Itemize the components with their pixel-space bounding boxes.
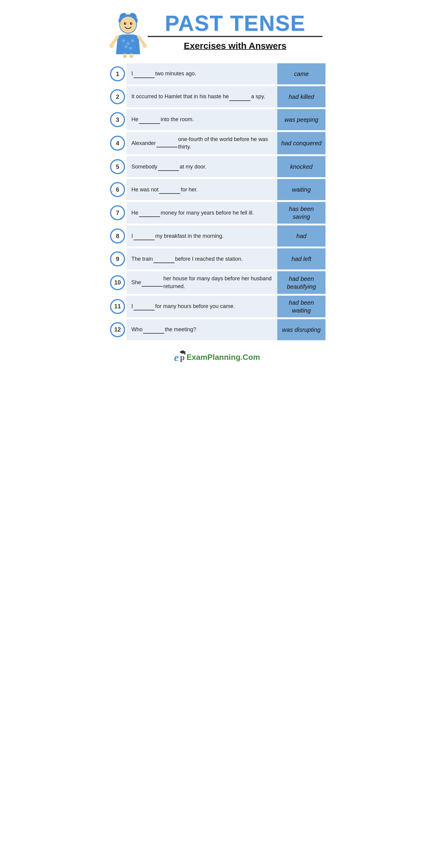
table-row: 11I for many hours before you came.had b… [108,296,326,317]
row-number: 5 [108,156,127,177]
row-number: 12 [108,319,127,340]
exercise-answer: had [277,225,326,247]
mascot-image [108,9,148,57]
exercise-answer: had been beautifying [277,271,326,293]
logo-e: e [174,351,179,364]
exercise-number: 3 [110,112,125,127]
page-title: PAST TENSE [165,12,306,34]
svg-point-19 [143,44,147,48]
svg-point-15 [129,47,132,50]
exercise-answer: had left [277,248,326,270]
svg-point-11 [122,39,125,42]
exercise-number: 6 [110,182,125,197]
svg-point-22 [122,57,128,57]
exercise-answer: had killed [277,86,326,107]
exercise-answer: has been saving [277,202,326,224]
exercise-sentence: He into the room. [127,109,277,130]
svg-point-14 [124,45,127,48]
exercise-sentence: The train before I reached the station. [127,248,277,270]
svg-rect-20 [123,54,127,57]
exercise-number: 5 [110,159,125,174]
exercise-sentence: He was not for her. [127,179,277,200]
table-row: 12Who the meeting?was disrupting [108,319,326,340]
table-row: 8I my breakfast in the morning.had [108,225,326,247]
exercise-answer: was disrupting [277,319,326,340]
table-row: 4Alexander one-fourth of the world befor… [108,132,326,154]
exercise-sentence: I my breakfast in the morning. [127,225,277,247]
exercises-list: 1I two minutes ago.came2It occurred to H… [102,60,332,345]
table-row: 7He money for many years before he fell … [108,202,326,224]
row-number: 7 [108,202,127,224]
exercise-number: 10 [110,275,125,290]
footer-logo: e p [174,351,185,364]
table-row: 1I two minutes ago.came [108,63,326,84]
svg-point-23 [128,57,134,57]
table-row: 5Somebody at my door.knocked [108,156,326,177]
exercise-sentence: It occurred to Hamlet that in his haste … [127,86,277,107]
table-row: 10She her house for many days before her… [108,271,326,293]
table-row: 2It occurred to Hamlet that in his haste… [108,86,326,107]
page-header: PAST TENSE Exercises with Answers [102,6,332,57]
exercise-sentence: He money for many years before he fell i… [127,202,277,224]
table-row: 9The train before I reached the station.… [108,248,326,270]
exercise-sentence: I for many hours before you came. [127,296,277,317]
table-row: 3He into the room.was peeping [108,109,326,130]
row-number: 11 [108,296,127,317]
fill-blank [158,163,179,171]
fill-blank [139,116,160,124]
exercise-answer: knocked [277,156,326,177]
fill-blank [133,232,155,240]
exercise-number: 2 [110,89,125,104]
exercise-sentence: Somebody at my door. [127,156,277,177]
exercise-number: 8 [110,228,125,244]
title-divider [148,36,322,37]
exercise-number: 9 [110,251,125,267]
svg-point-8 [125,23,126,24]
svg-rect-21 [130,54,133,57]
fill-blank [229,93,250,101]
grad-cap-icon [179,350,186,354]
table-row: 6He was not for her.waiting [108,179,326,200]
row-number: 10 [108,271,127,293]
exercise-sentence: I two minutes ago. [127,63,277,84]
fill-blank [142,278,163,287]
svg-point-12 [127,42,130,45]
exercise-answer: was peeping [277,109,326,130]
fill-blank [143,326,164,334]
svg-point-13 [131,39,134,42]
exercise-number: 12 [110,322,125,337]
fill-blank [159,186,180,194]
exercise-number: 1 [110,66,125,82]
exercise-number: 4 [110,135,125,151]
page-footer: e p ExamPlanning.Com [102,351,332,364]
row-number: 3 [108,109,127,130]
fill-blank [156,139,178,147]
row-number: 1 [108,63,127,84]
exercise-answer: came [277,63,326,84]
exercise-answer: waiting [277,179,326,200]
exercise-sentence: Who the meeting? [127,319,277,340]
fill-blank [133,302,155,310]
row-number: 9 [108,248,127,270]
row-number: 6 [108,179,127,200]
page-subtitle: Exercises with Answers [184,41,287,51]
exercise-answer: had conquered [277,132,326,154]
fill-blank [153,255,175,263]
svg-point-27 [184,353,186,354]
exercise-answer: had been waiting [277,296,326,317]
row-number: 2 [108,86,127,107]
svg-point-18 [110,44,114,48]
exercise-number: 7 [110,205,125,220]
exercise-sentence: She her house for many days before her h… [127,271,277,293]
row-number: 4 [108,132,127,154]
row-number: 8 [108,225,127,247]
fill-blank [139,209,160,217]
footer-site-name: ExamPlanning.Com [187,352,260,362]
exercise-sentence: Alexander one-fourth of the world before… [127,132,277,154]
fill-blank [133,70,155,78]
header-text-block: PAST TENSE Exercises with Answers [148,12,322,54]
svg-point-9 [131,23,132,24]
exercise-number: 11 [110,299,125,314]
